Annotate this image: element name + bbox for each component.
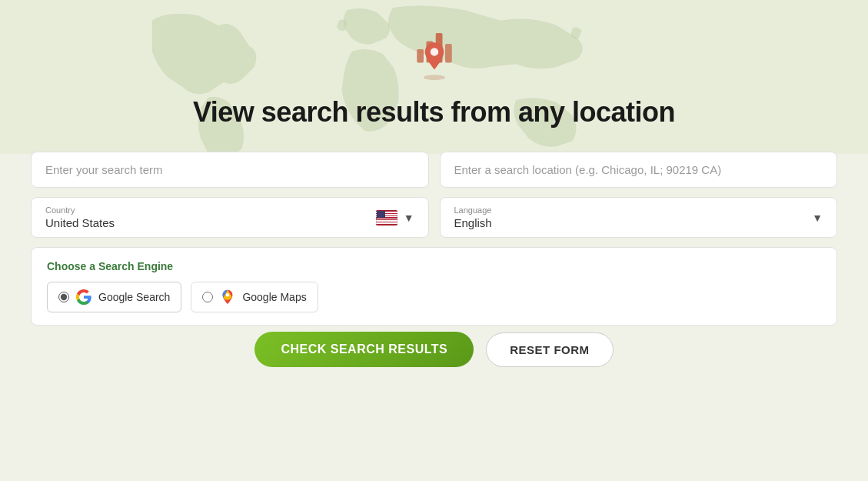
- search-engine-title: Choose a Search Engine: [47, 260, 821, 272]
- search-term-card: [31, 152, 429, 188]
- country-select[interactable]: Country United States ▼: [31, 197, 429, 238]
- main-heading: View search results from any location: [193, 96, 675, 129]
- svg-rect-3: [445, 44, 452, 63]
- search-location-card: [440, 152, 838, 188]
- google-maps-icon: [219, 289, 236, 306]
- row-selects: Country United States ▼ Language English…: [31, 197, 837, 238]
- search-engine-card: Choose a Search Engine Google Search: [31, 247, 837, 326]
- form-area: Country United States ▼ Language English…: [31, 152, 837, 326]
- svg-point-6: [226, 293, 230, 297]
- svg-point-5: [430, 48, 438, 56]
- reset-form-button[interactable]: RESET FORM: [486, 332, 613, 367]
- chevron-down-icon: ▼: [404, 212, 414, 224]
- language-value: English: [454, 216, 492, 229]
- buttons-row: CHECK SEARCH RESULTS RESET FORM: [254, 332, 613, 367]
- google-maps-radio[interactable]: [202, 292, 213, 302]
- country-label: Country: [45, 205, 115, 215]
- language-chevron-icon: ▼: [812, 212, 823, 224]
- location-rank-icon: [407, 23, 461, 85]
- google-maps-option[interactable]: Google Maps: [191, 282, 318, 312]
- row-search-inputs: [31, 152, 837, 188]
- svg-rect-0: [417, 49, 424, 63]
- page-container: View search results from any location Co…: [0, 0, 868, 398]
- country-value: United States: [45, 216, 115, 229]
- search-term-input[interactable]: [45, 163, 414, 176]
- language-label: Language: [454, 205, 492, 215]
- google-maps-label: Google Maps: [242, 291, 306, 303]
- google-search-radio[interactable]: [58, 292, 69, 302]
- radio-options: Google Search Google Maps: [47, 282, 821, 312]
- logo-area: [407, 23, 461, 85]
- check-search-results-button[interactable]: CHECK SEARCH RESULTS: [254, 332, 474, 367]
- google-search-label: Google Search: [98, 291, 170, 303]
- language-select[interactable]: Language English ▼: [440, 197, 838, 238]
- us-flag-icon: [376, 210, 397, 225]
- google-search-icon: [75, 289, 92, 306]
- svg-point-4: [424, 75, 445, 80]
- search-location-input[interactable]: [454, 163, 823, 176]
- google-search-option[interactable]: Google Search: [47, 282, 181, 312]
